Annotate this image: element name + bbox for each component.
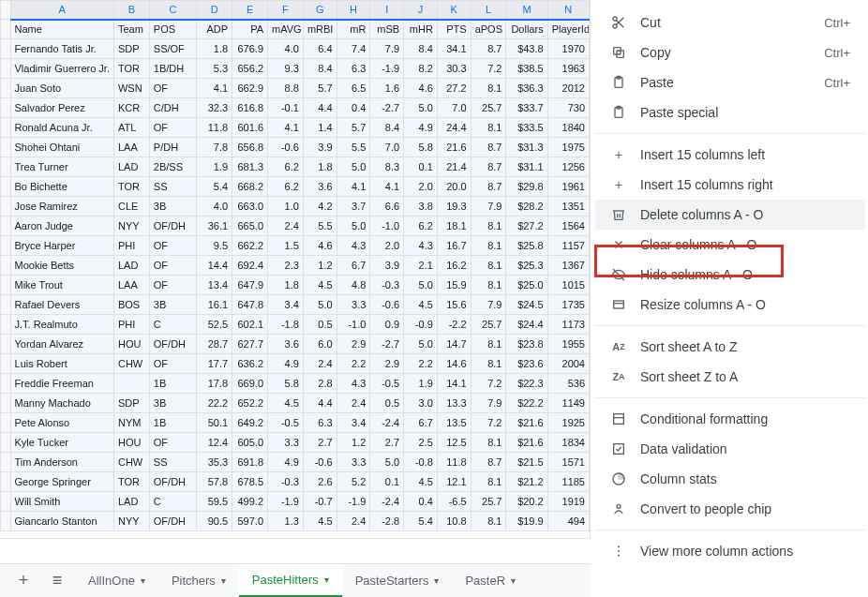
cell[interactable]: 28.7: [197, 335, 232, 354]
cell[interactable]: 4.6: [404, 79, 438, 98]
sheet-tab-paster[interactable]: PasteR▾: [452, 564, 529, 598]
cell[interactable]: 25.7: [471, 492, 506, 512]
cell[interactable]: 0.5: [370, 394, 404, 413]
cell[interactable]: 692.4: [232, 256, 268, 276]
cell[interactable]: 5.0: [337, 216, 370, 236]
sheet-tab-pitchers[interactable]: Pitchers▾: [158, 564, 239, 598]
row-header[interactable]: [1, 276, 11, 295]
cell[interactable]: Jose Ramirez: [10, 197, 113, 216]
cell[interactable]: 5.7: [303, 79, 337, 98]
cell[interactable]: $33.5: [506, 118, 547, 138]
cell[interactable]: 6.3: [303, 413, 337, 433]
cell[interactable]: 2.8: [303, 374, 337, 394]
cell[interactable]: 2.4: [303, 354, 337, 374]
cell[interactable]: 17.8: [197, 374, 232, 394]
cell[interactable]: 5.3: [197, 59, 232, 79]
menu-view-more[interactable]: View more column actions: [595, 536, 865, 566]
cell[interactable]: 21.4: [437, 157, 471, 177]
cell[interactable]: 1B: [149, 374, 196, 394]
col-header-A[interactable]: A: [10, 1, 113, 20]
cell[interactable]: LAD: [113, 157, 149, 177]
cell[interactable]: Fernando Tatis Jr.: [10, 39, 113, 59]
menu-sort-za[interactable]: ZA Sort sheet Z to A: [595, 362, 865, 392]
row-header[interactable]: [1, 256, 11, 276]
cell[interactable]: P/DH: [149, 138, 196, 157]
cell[interactable]: 6.6: [370, 197, 404, 216]
cell[interactable]: 9.3: [268, 59, 304, 79]
cell[interactable]: 3.3: [337, 295, 370, 315]
cell[interactable]: 1.3: [268, 512, 304, 531]
cell[interactable]: Bo Bichette: [10, 177, 113, 197]
cell[interactable]: 52.5: [197, 315, 232, 335]
row-header[interactable]: [1, 394, 11, 413]
cell[interactable]: SS/OF: [149, 39, 196, 59]
row-header[interactable]: [1, 236, 11, 256]
cell[interactable]: 4.4: [303, 394, 337, 413]
cell[interactable]: 627.7: [232, 335, 268, 354]
cell[interactable]: Bryce Harper: [10, 236, 113, 256]
cell[interactable]: $36.3: [506, 79, 547, 98]
cell[interactable]: 1.8: [268, 276, 304, 295]
col-header-K[interactable]: K: [437, 1, 471, 20]
cell[interactable]: 5.8: [268, 374, 304, 394]
cell[interactable]: SS: [149, 453, 196, 472]
cell[interactable]: OF: [149, 276, 196, 295]
cell[interactable]: 2.4: [268, 216, 304, 236]
cell[interactable]: 6.4: [303, 39, 337, 59]
row-header[interactable]: [1, 492, 11, 512]
cell[interactable]: 7.0: [370, 138, 404, 157]
cell[interactable]: 8.3: [370, 157, 404, 177]
cell[interactable]: mRBI: [303, 20, 337, 39]
cell[interactable]: LAA: [113, 138, 149, 157]
cell[interactable]: 605.0: [232, 433, 268, 453]
cell[interactable]: Yordan Alvarez: [10, 335, 113, 354]
cell[interactable]: 1351: [547, 197, 589, 216]
cell[interactable]: $31.1: [506, 157, 547, 177]
cell[interactable]: -1.0: [370, 216, 404, 236]
cell[interactable]: 8.2: [404, 59, 438, 79]
cell[interactable]: 2004: [547, 354, 589, 374]
cell[interactable]: 5.4: [404, 512, 438, 531]
cell[interactable]: OF: [149, 256, 196, 276]
col-header-F[interactable]: F: [268, 1, 304, 20]
row-header[interactable]: [1, 138, 11, 157]
sheet-tab-pastehitters[interactable]: PasteHitters▾: [239, 564, 342, 598]
cell[interactable]: C/DH: [149, 98, 196, 118]
cell[interactable]: OF: [149, 236, 196, 256]
row-header[interactable]: [1, 413, 11, 433]
cell[interactable]: CHW: [113, 453, 149, 472]
cell[interactable]: 5.5: [303, 216, 337, 236]
spreadsheet-grid[interactable]: ABCDEFGHIJKLMNNameTeamPOSADPPAmAVGmRBImR…: [0, 0, 591, 539]
cell[interactable]: PHI: [113, 236, 149, 256]
cell[interactable]: -0.6: [268, 138, 304, 157]
cell[interactable]: OF/DH: [149, 512, 196, 531]
cell[interactable]: 12.5: [437, 433, 471, 453]
cell[interactable]: 1571: [547, 453, 589, 472]
cell[interactable]: 8.1: [471, 276, 506, 295]
cell[interactable]: -0.7: [303, 492, 337, 512]
cell[interactable]: 13.3: [437, 394, 471, 413]
cell[interactable]: 1367: [547, 256, 589, 276]
cell[interactable]: -1.8: [268, 315, 304, 335]
cell[interactable]: Name: [10, 20, 113, 39]
cell[interactable]: 4.1: [337, 177, 370, 197]
row-header[interactable]: [1, 472, 11, 492]
cell[interactable]: 15.9: [437, 276, 471, 295]
cell[interactable]: 16.1: [197, 295, 232, 315]
cell[interactable]: -1.0: [337, 315, 370, 335]
row-header[interactable]: [1, 20, 11, 39]
cell[interactable]: 662.2: [232, 236, 268, 256]
cell[interactable]: 4.2: [303, 197, 337, 216]
cell[interactable]: 13.4: [197, 276, 232, 295]
cell[interactable]: 597.0: [232, 512, 268, 531]
cell[interactable]: 8.1: [471, 512, 506, 531]
cell[interactable]: OF: [149, 433, 196, 453]
cell[interactable]: 15.6: [437, 295, 471, 315]
cell[interactable]: 663.0: [232, 197, 268, 216]
cell[interactable]: 5.0: [303, 295, 337, 315]
cell[interactable]: WSN: [113, 79, 149, 98]
cell[interactable]: 10.8: [437, 512, 471, 531]
col-header-C[interactable]: C: [149, 1, 196, 20]
cell[interactable]: Luis Robert: [10, 354, 113, 374]
row-header[interactable]: [1, 59, 11, 79]
